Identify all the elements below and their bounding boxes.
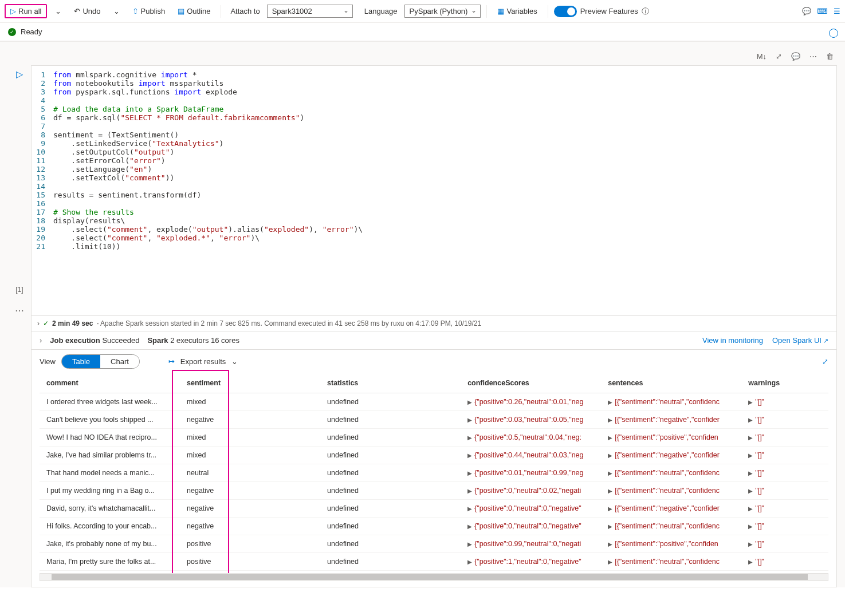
expand-triangle-icon[interactable]: ▶ [608,399,612,405]
expand-triangle-icon[interactable]: ▶ [748,435,753,441]
expand-triangle-icon[interactable]: ▶ [608,417,612,423]
cell-sentences: ▶[{"sentiment":"neutral","confidenc [601,518,741,535]
expand-triangle-icon[interactable]: ▶ [608,435,612,441]
column-header-confidenceScores[interactable]: confidenceScores [461,373,601,393]
execution-status-row[interactable]: › ✓ 2 min 49 sec - Apache Spark session … [32,316,836,331]
cell-comment: Jake, I've had similar problems tr... [40,447,180,464]
undo-dropdown[interactable]: ⌄ [109,5,124,18]
preview-toggle[interactable] [554,6,577,17]
expand-triangle-icon[interactable]: ▶ [467,452,472,459]
export-results-button[interactable]: Export results [180,357,226,366]
run-cell-button[interactable]: ▷ [16,69,23,80]
attach-to-dropdown[interactable]: Spark31002 [267,5,353,18]
column-header-comment[interactable]: comment [40,373,180,393]
code-line: 12 .setLanguage("en") [32,165,836,173]
table-row[interactable]: David, sorry, it's whatchamacallit...neg… [40,500,828,518]
expand-triangle-icon[interactable]: ▶ [608,523,612,530]
horizontal-scrollbar[interactable] [40,573,828,581]
chevron-down-icon[interactable]: ⌄ [231,357,238,366]
ready-label: Ready [21,27,42,36]
publish-button[interactable]: ⇧ Publish [128,5,170,18]
expand-triangle-icon[interactable]: ▶ [748,399,753,405]
expand-triangle-icon[interactable]: ▶ [608,541,612,547]
cell-more-icon[interactable]: ⋯ [15,305,24,316]
expand-triangle-icon[interactable]: ▶ [748,541,753,547]
table-row[interactable]: Can't believe you fools shipped ...negat… [40,411,828,429]
expand-triangle-icon[interactable]: ▶ [467,559,472,565]
table-row[interactable]: That hand model needs a manic...neutralu… [40,464,828,482]
expand-icon[interactable]: › [40,336,42,345]
expand-triangle-icon[interactable]: ▶ [748,523,753,530]
cell-wrap: ▷ [1] ⋯ 1from mmlspark.cognitive import … [8,65,837,316]
variables-button[interactable]: ▦ Variables [493,5,541,18]
settings-icon[interactable]: ☰ [834,7,840,15]
outline-button[interactable]: ▤ Outline [173,5,215,18]
view-monitoring-link[interactable]: View in monitoring [702,336,763,345]
expand-triangle-icon[interactable]: ▶ [608,559,612,565]
run-all-label: Run all [18,7,41,15]
cell-statistics: undefined [320,429,461,447]
cell-warnings: ▶"[]" [741,393,828,411]
expand-triangle-icon[interactable]: ▶ [467,488,472,494]
column-header-sentences[interactable]: sentences [601,373,741,393]
expand-triangle-icon[interactable]: ▶ [748,506,753,512]
undo-button[interactable]: ↶ Undo [69,5,105,18]
expand-triangle-icon[interactable]: ▶ [608,488,612,494]
comment-icon[interactable]: 💬 [802,7,811,15]
expand-triangle-icon[interactable]: ▶ [467,399,472,405]
expand-triangle-icon[interactable]: ▶ [467,435,472,441]
expand-triangle-icon[interactable]: ▶ [467,506,472,512]
table-row[interactable]: I ordered three widgets last week...mixe… [40,393,828,411]
expand-triangle-icon[interactable]: ▶ [608,506,612,512]
column-header-statistics[interactable]: statistics [320,373,461,393]
run-all-dropdown[interactable]: ⌄ [50,5,66,18]
table-row[interactable]: Jake, I've had similar problems tr...mix… [40,447,828,464]
expand-triangle-icon[interactable]: ▶ [467,541,472,547]
expand-triangle-icon[interactable]: ▶ [467,523,472,530]
delete-cell-icon[interactable]: 🗑 [823,50,837,63]
kernel-status-icon[interactable] [829,29,838,38]
chart-view-button[interactable]: Chart [100,355,139,368]
open-spark-ui-link[interactable]: Open Spark UI [772,336,828,345]
expand-triangle-icon[interactable]: ▶ [608,470,612,476]
info-icon[interactable]: ⓘ [642,6,649,17]
table-row[interactable]: Jake, it's probably none of my bu...posi… [40,535,828,553]
separator [548,5,548,18]
table-row[interactable]: Hi folks. According to your encab...nega… [40,518,828,535]
results-table: commentsentimentstatisticsconfidenceScor… [40,373,828,571]
table-row[interactable]: Maria, I'm pretty sure the folks at...po… [40,553,828,571]
cell-statistics: undefined [320,535,461,553]
expand-triangle-icon[interactable]: ▶ [748,559,753,565]
keyboard-icon[interactable]: ⌨ [817,7,828,15]
table-view-button[interactable]: Table [62,355,100,368]
expand-triangle-icon[interactable]: ▶ [748,452,753,459]
cell-gutter: ▷ [1] ⋯ [8,65,31,316]
code-cell[interactable]: 1from mmlspark.cognitive import *2from n… [31,65,837,316]
cell-sentences: ▶[{"sentiment":"neutral","confidenc [601,553,741,571]
expand-triangle-icon[interactable]: ▶ [748,488,753,494]
chevron-down-icon: ⌄ [113,7,120,15]
language-dropdown[interactable]: PySpark (Python) [404,5,481,18]
line-number: 10 [32,148,53,156]
table-row[interactable]: Wow! I had NO IDEA that recipro...mixedu… [40,429,828,447]
more-options-icon[interactable]: ⋯ [806,50,820,63]
run-all-button[interactable]: ▷ Run all [5,4,47,18]
cell-output: › ✓ 2 min 49 sec - Apache Spark session … [31,316,837,587]
column-header-sentiment[interactable]: sentiment [180,373,320,393]
expand-triangle-icon[interactable]: ▶ [748,417,753,423]
column-header-warnings[interactable]: warnings [741,373,828,393]
expand-triangle-icon[interactable]: ▶ [467,417,472,423]
collapse-icon[interactable]: ⤢ [772,50,785,63]
table-row[interactable]: I put my wedding ring in a Bag o...negat… [40,482,828,500]
scrollbar-thumb[interactable] [52,574,808,580]
expand-triangle-icon[interactable]: ▶ [467,470,472,476]
code-line: 8sentiment = (TextSentiment() [32,131,836,139]
maximize-icon[interactable]: ⤢ [822,357,828,366]
cell-comment: Maria, I'm pretty sure the folks at... [40,553,180,571]
expand-triangle-icon[interactable]: ▶ [608,452,612,459]
expand-icon: › [37,319,40,327]
expand-triangle-icon[interactable]: ▶ [748,470,753,476]
attach-to-value: Spark31002 [272,7,312,15]
convert-markdown-button[interactable]: M↓ [753,50,770,63]
comment-cell-icon[interactable]: 💬 [788,50,804,63]
